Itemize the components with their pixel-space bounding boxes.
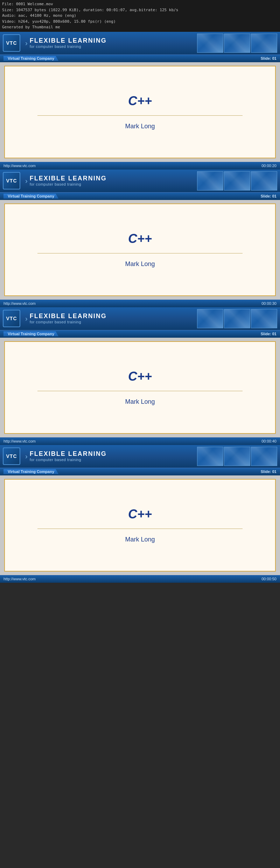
vtc-brand-2: FLEXIBLE LEARNING for computer based tra… xyxy=(30,175,107,186)
vtc-subtitle-3: for computer based training xyxy=(30,320,107,324)
vtc-header-3: VTC › FLEXIBLE LEARNING for computer bas… xyxy=(0,307,280,330)
status-bar-4: Virtual Training Company Slide: 01 xyxy=(0,468,280,475)
vtc-brand-4: FLEXIBLE LEARNING for computer based tra… xyxy=(30,451,107,462)
slide-author-4: Mark Long xyxy=(125,536,155,543)
company-name-1: Virtual Training Company xyxy=(4,56,58,61)
vtc-images-2 xyxy=(197,171,277,191)
vtc-logo-text-1: VTC xyxy=(6,40,17,46)
vtc-logo-text-4: VTC xyxy=(6,453,17,459)
vtc-header-2: VTC › FLEXIBLE LEARNING for computer bas… xyxy=(0,170,280,192)
vtc-logo-3: VTC xyxy=(3,310,20,327)
company-name-3: Virtual Training Company xyxy=(4,331,58,336)
vtc-brand-name-2: FLEXIBLE LEARNING xyxy=(30,175,107,182)
vtc-logo-1: VTC xyxy=(3,34,20,52)
slide-label-1: Slide: 01 xyxy=(261,56,276,60)
slide-divider-1 xyxy=(37,115,243,116)
slide-content-1: C++ Mark Long xyxy=(0,62,280,162)
vtc-images-3 xyxy=(197,309,277,328)
slide-block-4: VTC › FLEXIBLE LEARNING for computer bas… xyxy=(0,445,280,583)
status-bar-2: Virtual Training Company Slide: 01 xyxy=(0,192,280,200)
slide-label-2: Slide: 01 xyxy=(261,194,276,198)
footer-url-1: http://www.vtc.com xyxy=(4,164,36,168)
slide-block-1: VTC › FLEXIBLE LEARNING for computer bas… xyxy=(0,32,280,170)
vtc-logo-4: VTC xyxy=(3,447,20,465)
slide-title-3: C++ xyxy=(128,369,152,384)
file-info-line1: File: 0001 Welcome.mov xyxy=(2,1,278,7)
slide-inner-4: C++ Mark Long xyxy=(4,479,276,572)
file-info-line5: Generated by Thumbnail me xyxy=(2,24,278,30)
footer-url-3: http://www.vtc.com xyxy=(4,439,36,443)
slide-block-3: VTC › FLEXIBLE LEARNING for computer bas… xyxy=(0,307,280,445)
slide-content-2: C++ Mark Long xyxy=(0,200,280,300)
vtc-img-4a xyxy=(197,447,223,466)
slide-content-4: C++ Mark Long xyxy=(0,475,280,575)
slide-divider-3 xyxy=(37,391,243,391)
vtc-img-2c xyxy=(251,171,277,191)
vtc-logo-2: VTC xyxy=(3,172,20,189)
vtc-img-4b xyxy=(224,447,250,466)
company-name-4: Virtual Training Company xyxy=(4,469,58,474)
footer-url-2: http://www.vtc.com xyxy=(4,301,36,306)
footer-time-1: 00:00:20 xyxy=(261,164,276,168)
vtc-subtitle-1: for computer based training xyxy=(30,44,107,49)
vtc-images-4 xyxy=(197,447,277,466)
slide-inner-3: C++ Mark Long xyxy=(4,341,276,434)
slide-title-2: C++ xyxy=(128,231,152,246)
vtc-img-2b xyxy=(224,171,250,191)
vtc-header-1: VTC › FLEXIBLE LEARNING for computer bas… xyxy=(0,32,280,55)
footer-url-4: http://www.vtc.com xyxy=(4,577,36,581)
vtc-brand-name-4: FLEXIBLE LEARNING xyxy=(30,451,107,458)
vtc-img-3a xyxy=(197,309,223,328)
status-bar-1: Virtual Training Company Slide: 01 xyxy=(0,55,280,62)
footer-time-2: 00:00:30 xyxy=(261,301,276,306)
slide-inner-1: C++ Mark Long xyxy=(4,66,276,158)
slide-author-3: Mark Long xyxy=(125,398,155,406)
vtc-img-1a xyxy=(197,34,223,53)
vtc-img-1b xyxy=(224,34,250,53)
vtc-subtitle-2: for computer based training xyxy=(30,182,107,186)
slide-author-2: Mark Long xyxy=(125,260,155,268)
vtc-img-1c xyxy=(251,34,277,53)
status-bar-3: Virtual Training Company Slide: 01 xyxy=(0,330,280,338)
vtc-img-3b xyxy=(224,309,250,328)
footer-time-4: 00:00:50 xyxy=(261,577,276,581)
vtc-img-4c xyxy=(251,447,277,466)
vtc-header-4: VTC › FLEXIBLE LEARNING for computer bas… xyxy=(0,445,280,468)
footer-time-3: 00:00:40 xyxy=(261,439,276,443)
divider-arrow-4: › xyxy=(25,452,28,460)
footer-bar-3: http://www.vtc.com 00:00:40 xyxy=(0,437,280,445)
slide-divider-4 xyxy=(37,529,243,529)
vtc-img-3c xyxy=(251,309,277,328)
vtc-brand-name-3: FLEXIBLE LEARNING xyxy=(30,313,107,320)
divider-arrow-2: › xyxy=(25,177,28,185)
vtc-brand-1: FLEXIBLE LEARNING for computer based tra… xyxy=(30,37,107,49)
vtc-brand-3: FLEXIBLE LEARNING for computer based tra… xyxy=(30,313,107,324)
file-info-line2: Size: 1047537 bytes (1022.99 KiB), durat… xyxy=(2,7,278,13)
slide-label-3: Slide: 01 xyxy=(261,332,276,336)
vtc-logo-text-3: VTC xyxy=(6,316,17,321)
slide-title-4: C++ xyxy=(128,507,152,522)
slide-content-3: C++ Mark Long xyxy=(0,338,280,437)
slide-divider-2 xyxy=(37,253,243,253)
footer-bar-1: http://www.vtc.com 00:00:20 xyxy=(0,162,280,170)
file-info-panel: File: 0001 Welcome.mov Size: 1047537 byt… xyxy=(0,0,280,32)
divider-arrow-1: › xyxy=(25,39,28,47)
footer-bar-4: http://www.vtc.com 00:00:50 xyxy=(0,575,280,583)
slide-inner-2: C++ Mark Long xyxy=(4,203,276,296)
vtc-brand-name-1: FLEXIBLE LEARNING xyxy=(30,37,107,44)
slide-title-1: C++ xyxy=(128,94,152,108)
slide-author-1: Mark Long xyxy=(125,123,155,130)
vtc-subtitle-4: for computer based training xyxy=(30,458,107,462)
vtc-images-1 xyxy=(197,34,277,53)
company-name-2: Virtual Training Company xyxy=(4,194,58,199)
vtc-logo-text-2: VTC xyxy=(6,178,17,184)
footer-bar-2: http://www.vtc.com 00:00:30 xyxy=(0,300,280,307)
slide-label-4: Slide: 01 xyxy=(261,469,276,474)
vtc-img-2a xyxy=(197,171,223,191)
file-info-line4: Video: h264, yuv420p, 800x600, 15.00 fps… xyxy=(2,19,278,25)
slide-block-2: VTC › FLEXIBLE LEARNING for computer bas… xyxy=(0,170,280,307)
file-info-line3: Audio: aac, 44100 Hz, mono (eng) xyxy=(2,13,278,19)
divider-arrow-3: › xyxy=(25,315,28,323)
